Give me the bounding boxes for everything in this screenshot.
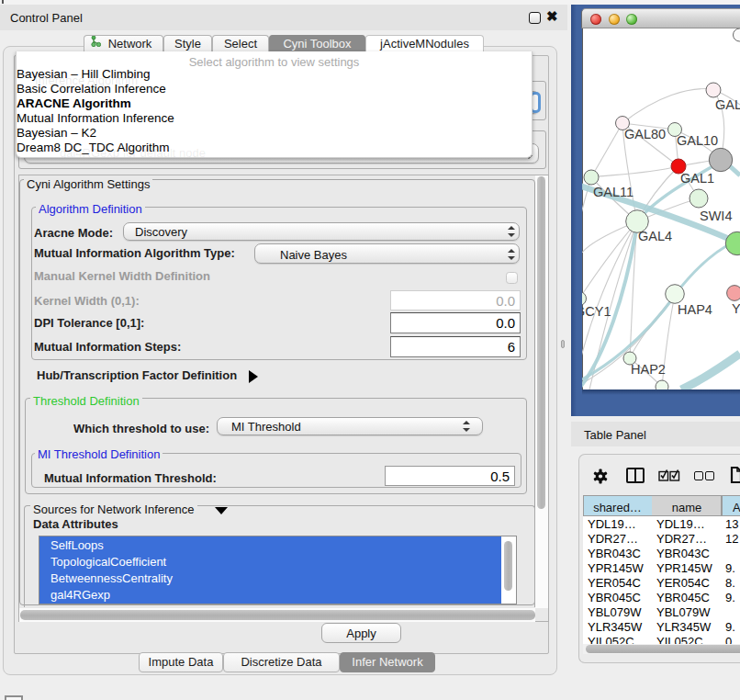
svg-text:SWI4: SWI4 <box>700 209 732 223</box>
svg-text:HAP4: HAP4 <box>678 302 712 317</box>
svg-text:Y: Y <box>732 301 740 316</box>
svg-text:GCY1: GCY1 <box>582 304 611 319</box>
svg-text:GAL4: GAL4 <box>638 229 672 243</box>
svg-text:GAL11: GAL11 <box>593 185 633 199</box>
svg-text:GAL: GAL <box>715 97 740 112</box>
svg-text:GAL10: GAL10 <box>677 133 718 148</box>
svg-text:GAL1: GAL1 <box>680 171 714 186</box>
svg-text:HAP2: HAP2 <box>631 362 666 377</box>
svg-text:GAL80: GAL80 <box>624 127 666 141</box>
